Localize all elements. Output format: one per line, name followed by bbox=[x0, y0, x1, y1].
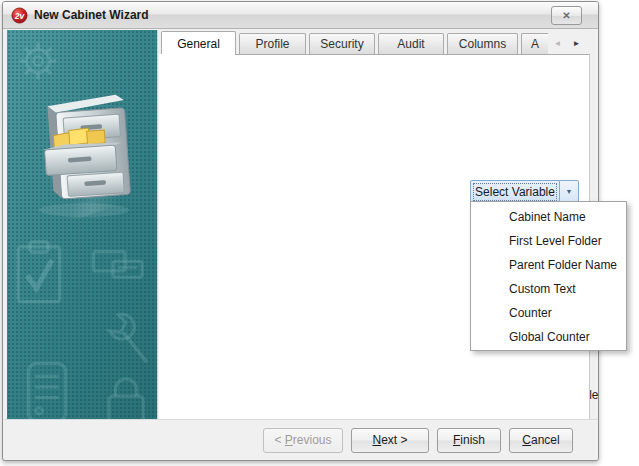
gear-icon bbox=[15, 38, 61, 84]
next-button[interactable]: Next > bbox=[351, 428, 429, 453]
computer-tower-icon bbox=[23, 358, 71, 419]
menu-item-global-counter[interactable]: Global Counter bbox=[471, 325, 626, 349]
window-title: New Cabinet Wizard bbox=[34, 8, 149, 22]
wizard-sidebar-graphic bbox=[7, 30, 158, 419]
tabstrip: General Profile Security Audit Columns A… bbox=[159, 31, 595, 55]
finish-button[interactable]: Finish bbox=[437, 428, 501, 453]
wrench-icon bbox=[93, 305, 151, 367]
active-tab-join bbox=[159, 54, 235, 55]
app-logo-icon: 2v bbox=[11, 7, 28, 24]
menu-item-custom-text[interactable]: Custom Text bbox=[471, 277, 626, 301]
svg-text:2v: 2v bbox=[14, 10, 26, 20]
cancel-button[interactable]: Cancel bbox=[509, 428, 573, 453]
titlebar[interactable]: 2v New Cabinet Wizard ✕ bbox=[3, 2, 598, 29]
close-button[interactable]: ✕ bbox=[551, 6, 582, 25]
tab-audit[interactable]: Audit bbox=[378, 33, 444, 54]
tab-columns[interactable]: Columns bbox=[447, 33, 518, 54]
menu-item-first-level-folder[interactable]: First Level Folder bbox=[471, 229, 626, 253]
tab-scroll-left-icon[interactable]: ◄ bbox=[549, 35, 566, 52]
clipboard-check-icon bbox=[13, 238, 65, 308]
filing-cabinet-illustration bbox=[25, 85, 143, 225]
tab-security[interactable]: Security bbox=[309, 33, 375, 54]
menu-item-parent-folder-name[interactable]: Parent Folder Name bbox=[471, 253, 626, 277]
tab-partial[interactable]: A bbox=[521, 33, 548, 54]
tab-scroll-right-icon[interactable]: ► bbox=[568, 35, 585, 52]
select-variable-menu: Cabinet Name First Level Folder Parent F… bbox=[470, 201, 627, 351]
previous-button[interactable]: < Previous bbox=[263, 428, 343, 453]
tab-general[interactable]: General bbox=[161, 31, 236, 55]
wizard-button-bar: < Previous Next > Finish Cancel bbox=[4, 419, 598, 460]
cards-icon bbox=[91, 248, 147, 282]
menu-item-cabinet-name[interactable]: Cabinet Name bbox=[471, 205, 626, 229]
padlock-icon bbox=[103, 375, 149, 419]
menu-item-counter[interactable]: Counter bbox=[471, 301, 626, 325]
tab-profile[interactable]: Profile bbox=[239, 33, 306, 54]
screenshot-canvas: 2v New Cabinet Wizard ✕ bbox=[0, 0, 639, 466]
